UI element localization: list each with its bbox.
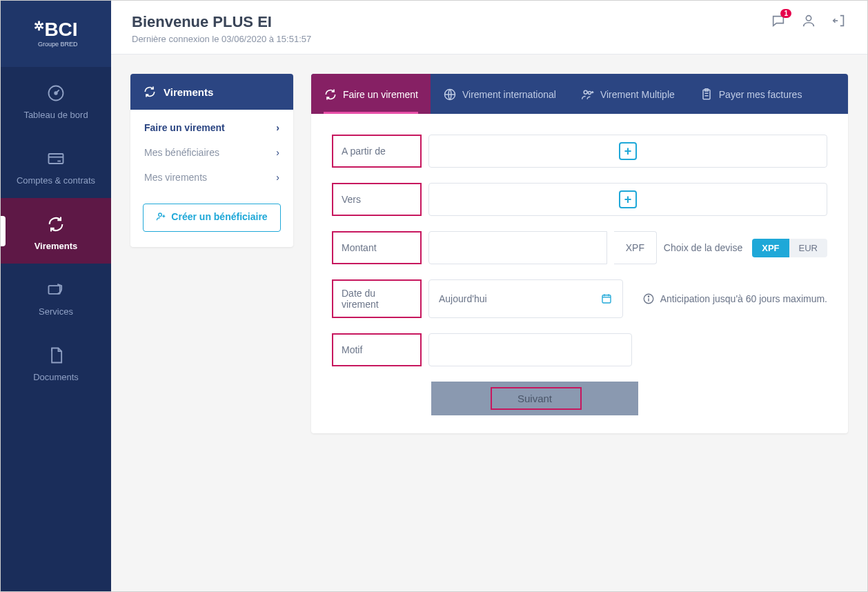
topbar: Bienvenue PLUS EI Dernière connexion le … (111, 1, 867, 55)
currency-eur-button[interactable]: EUR (789, 239, 827, 257)
submenu-faire-virement[interactable]: Faire un virement › (130, 115, 293, 140)
svg-point-11 (584, 90, 587, 94)
logo-subtext: Groupe BRED (34, 41, 77, 48)
svg-point-12 (588, 91, 591, 94)
gauge-icon (46, 83, 66, 103)
calendar-icon[interactable] (600, 293, 613, 305)
date-field[interactable]: Aujourd'hui (428, 279, 623, 318)
tab-factures[interactable]: Payer mes factures (687, 74, 815, 114)
card-title: Virements (164, 86, 213, 98)
svg-rect-19 (602, 295, 611, 303)
label-amount: Montant (332, 231, 422, 264)
sidebar: ✲BCI Groupe BRED Tableau de bord Comptes… (1, 1, 111, 591)
date-hint-text: Anticipation jusqu'à 60 jours maximum. (660, 293, 827, 304)
tab-label: Virement Multiple (600, 89, 675, 100)
sidebar-label: Tableau de bord (23, 110, 88, 120)
sidebar-label: Documents (33, 372, 79, 382)
label-to: Vers (332, 183, 422, 216)
motif-field[interactable] (428, 333, 632, 366)
submit-button[interactable]: Suivant (431, 382, 638, 415)
tab-multiple[interactable]: Virement Multiple (569, 74, 687, 114)
label-from: A partir de (332, 135, 422, 168)
tab-label: Virement international (462, 89, 556, 100)
notification-badge: 1 (780, 9, 791, 18)
from-account-field[interactable]: + (428, 135, 827, 168)
logout-icon[interactable] (831, 13, 847, 28)
info-icon (642, 293, 655, 305)
virements-card: Virements Faire un virement › Mes bénéfi… (130, 74, 293, 247)
last-login: Dernière connexion le 03/06/2020 à 15:51… (132, 34, 311, 44)
submenu-beneficiaires[interactable]: Mes bénéficiaires › (130, 140, 293, 165)
currency-choice-label: Choix de la devise (664, 242, 742, 253)
tabs: Faire un virement Virement international… (311, 74, 848, 114)
globe-icon (443, 88, 457, 101)
chevron-right-icon: › (276, 172, 279, 183)
tab-faire-virement[interactable]: Faire un virement (311, 74, 431, 114)
transfer-panel: Faire un virement Virement international… (311, 74, 848, 433)
sidebar-label: Comptes & contrats (17, 175, 95, 186)
svg-point-6 (806, 16, 811, 21)
svg-point-1 (55, 92, 57, 95)
date-value: Aujourd'hui (439, 293, 487, 304)
people-plus-icon (581, 88, 595, 101)
person-plus-icon (156, 211, 167, 222)
create-beneficiary-label: Créer un bénéficiaire (171, 211, 267, 222)
tab-label: Faire un virement (343, 89, 418, 100)
shield-card-icon (46, 280, 66, 299)
label-date: Date du virement (332, 279, 422, 318)
svg-point-7 (159, 213, 162, 217)
refresh-icon (46, 215, 66, 234)
refresh-icon (143, 85, 157, 99)
svg-rect-5 (49, 286, 60, 294)
motif-input[interactable] (439, 344, 622, 355)
amount-currency: XPF (614, 231, 657, 264)
tab-international[interactable]: Virement international (431, 74, 569, 114)
sidebar-item-documents[interactable]: Documents (1, 329, 111, 395)
label-motif: Motif (332, 333, 422, 366)
sidebar-item-accounts[interactable]: Comptes & contrats (1, 132, 111, 198)
submenu-mes-virements[interactable]: Mes virements › (130, 165, 293, 190)
highlight-box (491, 387, 582, 410)
currency-toggle: XPF EUR (752, 239, 827, 257)
amount-input[interactable] (439, 242, 597, 253)
clipboard-icon (700, 88, 713, 101)
add-from-button[interactable]: + (619, 142, 637, 160)
sidebar-label: Virements (34, 241, 78, 251)
sidebar-item-services[interactable]: Services (1, 264, 111, 329)
submenu-label: Mes bénéficiaires (144, 147, 219, 158)
amount-field[interactable] (428, 231, 607, 264)
svg-point-25 (648, 296, 649, 297)
date-hint: Anticipation jusqu'à 60 jours maximum. (642, 279, 827, 318)
submenu-label: Mes virements (144, 172, 207, 183)
currency-xpf-button[interactable]: XPF (752, 239, 789, 257)
submenu-label: Faire un virement (144, 122, 225, 133)
logo-text: BCI (44, 19, 77, 40)
card-icon (46, 149, 66, 168)
create-beneficiary-button[interactable]: Créer un bénéficiaire (143, 204, 281, 232)
chevron-right-icon: › (276, 122, 279, 133)
sidebar-item-dashboard[interactable]: Tableau de bord (1, 67, 111, 132)
page-title: Bienvenue PLUS EI (132, 13, 311, 31)
chevron-right-icon: › (276, 147, 279, 158)
refresh-icon (324, 88, 337, 101)
svg-rect-2 (49, 154, 63, 164)
user-icon[interactable] (801, 13, 816, 28)
messages-icon[interactable]: 1 (771, 13, 786, 28)
sidebar-item-transfers[interactable]: Virements (1, 198, 111, 264)
document-icon (46, 346, 66, 365)
add-to-button[interactable]: + (619, 190, 637, 208)
sidebar-label: Services (39, 306, 73, 317)
tab-label: Payer mes factures (719, 89, 802, 100)
card-header: Virements (130, 74, 293, 110)
logo: ✲BCI Groupe BRED (1, 1, 111, 67)
to-account-field[interactable]: + (428, 183, 827, 216)
